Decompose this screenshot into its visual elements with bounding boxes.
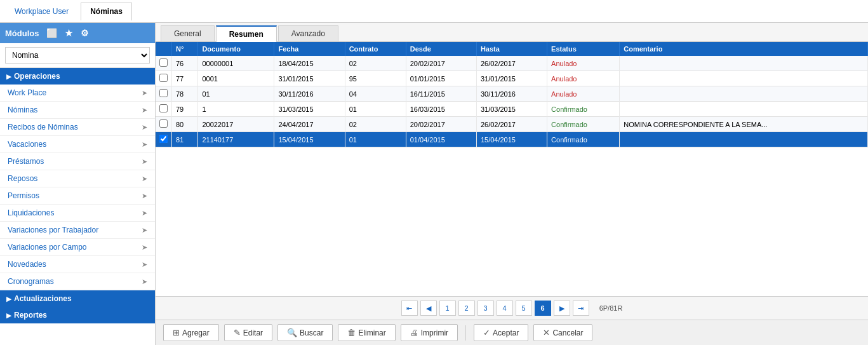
row-estatus: Anulado	[547, 71, 620, 86]
sidebar-item-permisos[interactable]: Permisos ➤	[0, 187, 155, 205]
sidebar-item-variaciones-trabajador[interactable]: Variaciones por Trabajador ➤	[0, 222, 155, 239]
chevron-right-icon: ➤	[142, 260, 147, 269]
sidebar-item-label: Variaciones por Trabajador	[8, 226, 98, 234]
row-checkbox[interactable]	[159, 89, 168, 97]
sidebar-items: ▶ Operaciones Work Place ➤ Nóminas ➤ Rec…	[0, 68, 155, 345]
sidebar-toolbar: Módulos ⬜ ★ ⚙	[0, 23, 155, 43]
section-reportes[interactable]: ▶ Reportes	[0, 307, 155, 323]
table-row[interactable]: 78 01 30/11/2016 04 16/11/2015 30/11/201…	[156, 86, 868, 102]
chevron-right-icon: ➤	[142, 175, 147, 183]
tab-avanzado[interactable]: Avanzado	[278, 25, 338, 41]
section-arrow: ▶	[6, 312, 11, 319]
eliminar-button[interactable]: 🗑 Eliminar	[338, 324, 395, 341]
row-contrato: 95	[345, 71, 406, 86]
chevron-right-icon: ➤	[142, 140, 147, 149]
table-row[interactable]: 76 00000001 18/04/2015 02 20/02/2017 26/…	[156, 56, 868, 71]
page-4-btn[interactable]: 4	[497, 301, 513, 316]
editar-button[interactable]: ✎ Editar	[224, 324, 272, 341]
next-page-btn[interactable]: ▶	[554, 301, 570, 316]
tab-workplace[interactable]: Workplace User	[5, 3, 78, 20]
table-row[interactable]: 81 21140177 15/04/2015 01 01/04/2015 15/…	[156, 132, 868, 147]
star-icon[interactable]: ★	[65, 28, 73, 38]
sidebar-item-variaciones-campo[interactable]: Variaciones por Campo ➤	[0, 239, 155, 256]
row-estatus: Confirmado	[547, 102, 620, 117]
row-num: 78	[172, 86, 198, 102]
row-desde: 01/04/2015	[406, 132, 476, 147]
main-layout: Módulos ⬜ ★ ⚙ Nomina ▶ Operaciones Work …	[0, 23, 868, 345]
row-documento: 00000001	[198, 56, 274, 71]
row-desde: 20/02/2017	[406, 117, 476, 132]
sidebar-item-novedades[interactable]: Novedades ➤	[0, 256, 155, 273]
page-5-btn[interactable]: 5	[516, 301, 532, 316]
row-checkbox-cell[interactable]	[156, 56, 172, 71]
agregar-button[interactable]: ⊞ Agregar	[163, 324, 219, 341]
row-checkbox-cell[interactable]	[156, 132, 172, 147]
table-row[interactable]: 77 0001 31/01/2015 95 01/01/2015 31/01/2…	[156, 71, 868, 86]
row-estatus: Anulado	[547, 86, 620, 102]
sidebar-item-label: Nóminas	[8, 105, 37, 114]
row-checkbox[interactable]	[159, 58, 168, 67]
sidebar-item-cronogramas[interactable]: Cronogramas ➤	[0, 273, 155, 290]
row-documento: 0001	[198, 71, 274, 86]
row-documento: 21140177	[198, 132, 274, 147]
settings-icon[interactable]: ⚙	[81, 28, 89, 38]
sidebar-item-prestamos[interactable]: Préstamos ➤	[0, 153, 155, 170]
sidebar-item-reposos[interactable]: Reposos ➤	[0, 170, 155, 187]
sidebar-item-workplace[interactable]: Work Place ➤	[0, 85, 155, 102]
close-icon: ✕	[543, 328, 550, 337]
sidebar-item-liquidaciones[interactable]: Liquidaciones ➤	[0, 205, 155, 222]
col-contrato: Contrato	[345, 42, 406, 56]
row-num: 79	[172, 102, 198, 117]
chevron-right-icon: ➤	[142, 209, 147, 217]
row-checkbox[interactable]	[159, 135, 168, 143]
row-num: 80	[172, 117, 198, 132]
aceptar-button[interactable]: ✓ Aceptar	[474, 324, 528, 341]
first-page-btn[interactable]: ⇤	[401, 301, 418, 316]
col-documento: Documento	[198, 42, 274, 56]
table-row[interactable]: 80 20022017 24/04/2017 02 20/02/2017 26/…	[156, 117, 868, 132]
col-comentario: Comentario	[620, 42, 868, 56]
data-table: N° Documento Fecha Contrato Desde Hasta …	[156, 42, 868, 147]
row-checkbox-cell[interactable]	[156, 86, 172, 102]
row-comentario	[620, 86, 868, 102]
col-fecha: Fecha	[274, 42, 345, 56]
monitor-icon[interactable]: ⬜	[46, 28, 57, 38]
row-fecha: 15/04/2015	[274, 132, 345, 147]
cancelar-button[interactable]: ✕ Cancelar	[533, 324, 592, 341]
section-operaciones[interactable]: ▶ Operaciones	[0, 68, 155, 85]
sidebar-item-vacaciones[interactable]: Vacaciones ➤	[0, 136, 155, 153]
page-3-btn[interactable]: 3	[477, 301, 494, 316]
section-actualizaciones[interactable]: ▶ Actualizaciones	[0, 290, 155, 307]
row-checkbox[interactable]	[159, 119, 168, 128]
buscar-button[interactable]: 🔍 Buscar	[277, 324, 333, 341]
row-num: 77	[172, 71, 198, 86]
chevron-right-icon: ➤	[142, 192, 147, 200]
row-fecha: 30/11/2016	[274, 86, 345, 102]
table-row[interactable]: 79 1 31/03/2015 01 16/03/2015 31/03/2015…	[156, 102, 868, 117]
sidebar-item-nominas[interactable]: Nóminas ➤	[0, 102, 155, 119]
row-checkbox[interactable]	[159, 104, 168, 112]
section-arrow: ▶	[6, 73, 11, 80]
row-hasta: 26/02/2017	[476, 56, 547, 71]
tab-general[interactable]: General	[161, 25, 215, 41]
row-estatus: Confirmado	[547, 132, 620, 147]
tab-nominas[interactable]: Nóminas	[81, 3, 132, 21]
tab-resumen[interactable]: Resumen	[216, 25, 277, 42]
aceptar-label: Aceptar	[493, 328, 519, 337]
row-checkbox-cell[interactable]	[156, 71, 172, 86]
section-operaciones-label: Operaciones	[14, 72, 60, 81]
prev-page-btn[interactable]: ◀	[420, 301, 437, 316]
page-1-btn[interactable]: 1	[439, 301, 456, 316]
row-checkbox-cell[interactable]	[156, 117, 172, 132]
add-icon: ⊞	[173, 328, 180, 337]
last-page-btn[interactable]: ⇥	[573, 301, 589, 316]
module-select[interactable]: Nomina	[5, 47, 150, 64]
sidebar-item-label: Préstamos	[8, 157, 44, 166]
row-checkbox[interactable]	[159, 74, 168, 82]
imprimir-button[interactable]: 🖨 Imprimir	[401, 324, 458, 341]
row-checkbox-cell[interactable]	[156, 102, 172, 117]
page-2-btn[interactable]: 2	[458, 301, 475, 316]
page-6-btn[interactable]: 6	[535, 301, 551, 316]
sidebar-item-recibos[interactable]: Recibos de Nóminas ➤	[0, 119, 155, 136]
agregar-label: Agregar	[182, 328, 210, 337]
